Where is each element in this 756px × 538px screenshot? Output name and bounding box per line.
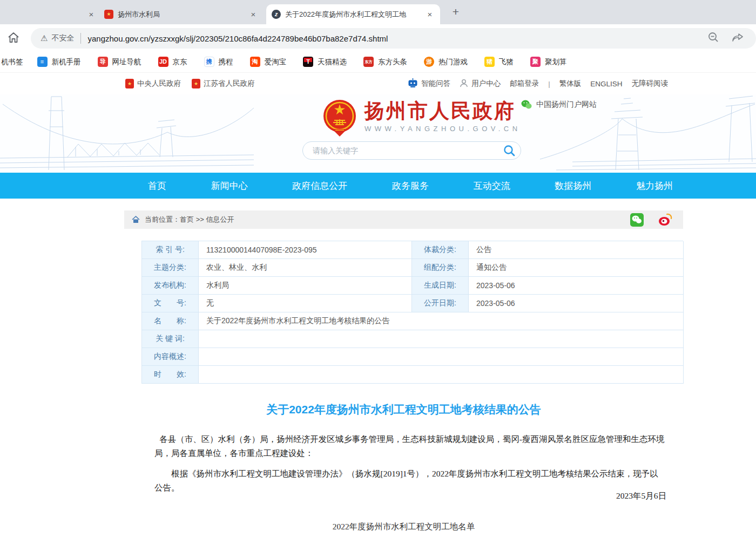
bookmark-item[interactable]: 淘 爱淘宝	[250, 57, 287, 67]
tab-2-active[interactable]: z 关于2022年度扬州市水利工程文明工地 ×	[266, 4, 440, 24]
security-label: 不安全	[51, 33, 74, 43]
robot-icon	[408, 78, 418, 89]
site-name: 扬州市人民政府	[364, 99, 521, 124]
table-row: 内容概述:	[142, 348, 683, 366]
bookmark-item[interactable]: ≡ 新机手册	[37, 57, 81, 67]
tab-title: 关于2022年度扬州市水利工程文明工地	[285, 10, 421, 19]
national-emblem-icon	[322, 99, 357, 138]
security-warning-icon[interactable]: ⚠	[40, 33, 48, 43]
gov-top-links: ★ 中央人民政府 ★ 江苏省人民政府 智能问答 用户中心 邮箱登录	[0, 73, 756, 94]
weibo-share-icon[interactable]	[658, 213, 672, 226]
table-row: 时 效:	[142, 366, 683, 384]
east-headlines-icon: 东方	[363, 57, 374, 67]
zoom-out-icon[interactable]	[707, 31, 719, 45]
table-row: 发布机构: 水利局 生成日期: 2023-05-06	[142, 277, 683, 295]
site-nav-icon: 导	[98, 57, 108, 67]
tab-title: 扬州市水利局	[118, 10, 244, 19]
new-tab-button[interactable]: +	[448, 5, 463, 20]
table-row: 主题分类: 农业、林业、水利 组配分类: 通知公告	[142, 259, 683, 277]
tab-close-icon[interactable]: ×	[86, 10, 96, 19]
emblem-icon: ★	[125, 79, 134, 88]
site-favicon: z	[272, 10, 281, 19]
nav-interaction[interactable]: 互动交流	[474, 180, 510, 192]
bookmark-item[interactable]: JD 京东	[158, 57, 187, 67]
divider: |	[548, 80, 550, 88]
nav-services[interactable]: 政务服务	[392, 180, 429, 192]
article-title: 关于2022年度扬州市水利工程文明工地考核结果的公告	[124, 402, 683, 417]
user-icon	[460, 79, 468, 89]
breadcrumb: 当前位置：首页 >> 信息公开	[124, 210, 683, 229]
wechat-icon	[521, 100, 532, 110]
breadcrumb-text: 当前位置：首页 >> 信息公开	[145, 215, 234, 224]
url-text[interactable]: yangzhou.gov.cn/yzszxxgk/slj/202305/210c…	[87, 34, 701, 43]
article-paragraph: 各县（市、区）水利（务）局，扬州经济开发区城乡事务管理局，生态科技新城规划建设局…	[154, 432, 666, 460]
tab-close-icon[interactable]: ×	[248, 10, 258, 19]
breadcrumb-home-icon	[132, 216, 140, 223]
hot-games-icon: 游	[424, 57, 434, 67]
nav-news[interactable]: 新闻中心	[211, 180, 248, 192]
search-input[interactable]	[312, 146, 501, 155]
manual-icon: ≡	[37, 57, 48, 67]
traditional-chinese-link[interactable]: 繁体版	[559, 79, 582, 88]
breadcrumb-home-link[interactable]: 首页	[180, 215, 194, 223]
mail-login-link[interactable]: 邮箱登录	[510, 79, 539, 88]
table-row: 文 号: 无 公开日期: 2023-05-06	[142, 295, 683, 312]
site-banner: 扬州市人民政府 WWW.YANGZHOU.GOV.CN 中国扬州门户网站	[0, 94, 756, 173]
document-meta-table: 索 引 号: 11321000014407098E-2023-095 体裁分类:…	[141, 241, 683, 384]
emblem-icon: ★	[192, 79, 200, 88]
article-body: 各县（市、区）水利（务）局，扬州经济开发区城乡事务管理局，生态科技新城规划建设局…	[154, 432, 666, 495]
link-jiangsu-gov[interactable]: ★ 江苏省人民政府	[192, 79, 255, 88]
search-button[interactable]	[501, 142, 517, 159]
wechat-share-icon[interactable]	[630, 213, 644, 227]
tab-strip: × ★ 扬州市水利局 × z 关于2022年度扬州市水利工程文明工地 × +	[0, 0, 756, 24]
article-list-heading: 2022年度扬州市水利工程文明工地名单	[124, 521, 683, 533]
bookmark-item[interactable]: 游 热门游戏	[424, 57, 468, 67]
bookmark-item[interactable]: 机书签	[0, 57, 23, 67]
fliggy-icon: 猪	[484, 57, 495, 67]
jd-icon: JD	[158, 57, 168, 67]
bookmark-item[interactable]: 聚 聚划算	[530, 57, 567, 67]
article-date: 2023年5月6日	[154, 491, 666, 502]
taobao-icon: 淘	[250, 57, 260, 67]
home-icon[interactable]	[6, 31, 21, 45]
bookmark-item[interactable]: 东方 东方头条	[363, 57, 407, 67]
juhuasuan-icon: 聚	[530, 57, 541, 67]
main-nav: 首页 新闻中心 政府信息公开 政务服务 互动交流 数据扬州 魅力扬州	[0, 173, 756, 199]
nav-data[interactable]: 数据扬州	[555, 180, 591, 192]
ctrip-icon: 携	[204, 57, 214, 67]
nav-info-disclosure[interactable]: 政府信息公开	[292, 180, 347, 192]
bookmarks-bar: 机书签 ≡ 新机手册 导 网址导航 JD 京东 携 携程 淘 爱淘宝 T 天猫精…	[0, 51, 756, 73]
bookmark-item[interactable]: 猪 飞猪	[484, 57, 514, 67]
search-box	[302, 141, 521, 160]
browser-toolbar: ⚠ 不安全 yangzhou.gov.cn/yzszxxgk/slj/20230…	[0, 24, 756, 51]
portal-badge[interactable]: 中国扬州门户网站	[521, 100, 597, 110]
bookmark-item[interactable]: T 天猫精选	[303, 57, 347, 67]
tmall-icon: T	[303, 57, 313, 67]
share-icon[interactable]	[731, 31, 744, 45]
user-center-link[interactable]: 用户中心	[460, 79, 501, 89]
table-row: 关 键 词:	[142, 330, 683, 348]
english-link[interactable]: ENGLISH	[590, 80, 622, 88]
table-row: 索 引 号: 11321000014407098E-2023-095 体裁分类:…	[142, 241, 683, 259]
nav-charm[interactable]: 魅力扬州	[636, 180, 673, 192]
tab-1[interactable]: ★ 扬州市水利局 ×	[99, 4, 264, 24]
table-row: 名 称: 关于2022年度扬州市水利工程文明工地考核结果的公告	[142, 312, 683, 330]
gov-emblem-favicon: ★	[104, 10, 113, 19]
accessibility-link[interactable]: 无障碍阅读	[632, 79, 669, 88]
smart-qa-link[interactable]: 智能问答	[408, 78, 450, 89]
site-logo[interactable]: 扬州市人民政府 WWW.YANGZHOU.GOV.CN	[322, 99, 521, 138]
site-url: WWW.YANGZHOU.GOV.CN	[364, 125, 521, 133]
breadcrumb-current[interactable]: 信息公开	[206, 215, 234, 223]
browser-window: × ★ 扬州市水利局 × z 关于2022年度扬州市水利工程文明工地 × + ⚠…	[0, 0, 756, 538]
address-divider	[80, 33, 81, 44]
address-bar[interactable]: ⚠ 不安全 yangzhou.gov.cn/yzszxxgk/slj/20230…	[31, 28, 756, 49]
bookmark-item[interactable]: 导 网址导航	[98, 57, 141, 67]
nav-home[interactable]: 首页	[148, 180, 166, 192]
tab-0[interactable]: ×	[75, 4, 102, 24]
tab-close-icon[interactable]: ×	[425, 10, 435, 19]
portal-label: 中国扬州门户网站	[536, 100, 597, 110]
bookmark-item[interactable]: 携 携程	[204, 57, 233, 67]
link-central-gov[interactable]: ★ 中央人民政府	[125, 79, 181, 88]
bridge-artwork-left	[0, 94, 254, 173]
